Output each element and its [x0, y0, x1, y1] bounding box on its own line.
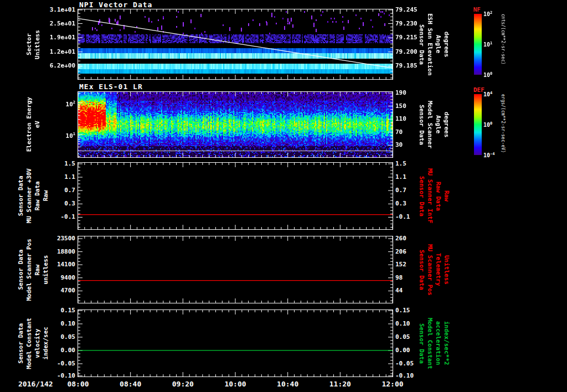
y-axis-label-panel-2: Electron EnergyeV	[13, 91, 53, 158]
x-tick-label: 10:00	[218, 380, 253, 388]
panel1-title: NPI Vector Data	[79, 1, 152, 9]
colorbar-tick-label: 102	[483, 11, 492, 17]
y-axis-label-text: Electron EnergyeV	[25, 97, 42, 152]
colorbar-unit-label: cnts/(cm**2-sr-sec)	[501, 14, 506, 76]
y-axis-label-panel-5: Sensor DataModel Constantvelocityindex/s…	[13, 310, 53, 377]
panel-1-axes	[78, 9, 393, 79]
right-axis-label-panel-2: Sensor DataModel ScannerAngledegrees	[415, 91, 453, 158]
colorbar-name: DEF	[473, 86, 484, 94]
y-axis-label-text: Sensor DataModel Scanner PosRawunitless	[17, 239, 50, 301]
plot-panel-5	[78, 310, 393, 377]
y-axis-label-text: SectorUnitless	[25, 30, 42, 59]
plot-panel-1	[78, 9, 393, 80]
right-axis-label-panel-3: Sensor DataMU Scanner IntFRaw DataRaw	[415, 162, 453, 230]
x-tick-label: 12:00	[375, 380, 410, 388]
panel-4-axes	[78, 236, 393, 303]
right-axis-label-text: Sensor DataESH Sun ElevationAngledegrees	[417, 13, 451, 76]
x-tick-label: 08:00	[60, 380, 96, 388]
colorbar-def: DEF10410010-4ergs/(cm**2-sr-sec-eV)	[472, 86, 512, 165]
x-tick-label: 11:20	[322, 380, 358, 388]
colorbar-unit-label: ergs/(cm**2-sr-sec-eV)	[501, 94, 506, 156]
x-tick-label: 09:20	[165, 380, 200, 388]
right-axis-label-text: Sensor DataMU Scanner IntFRaw DataRaw	[417, 168, 451, 223]
colorbar-tick-label: 101	[483, 41, 492, 48]
right-axis-label-text: Sensor DataModel Constantaccelerationind…	[417, 318, 451, 369]
panel-3-axes	[78, 163, 393, 229]
colorbar-tick-label: 10-4	[483, 152, 494, 158]
panel-5-axes	[78, 310, 393, 376]
panel-2-axes	[78, 92, 393, 157]
colorbar-gradient	[474, 14, 482, 75]
panel2-title: MEx ELS-01 LR	[79, 82, 143, 91]
colorbar-name: NF	[473, 6, 481, 13]
right-axis-label-text: Sensor DataModel ScannerAngledegrees	[417, 101, 451, 148]
colorbar-tick-label: 100	[483, 71, 492, 78]
right-axis-label-panel-1: Sensor DataESH Sun ElevationAngledegrees	[415, 9, 453, 80]
plot-panel-4	[78, 236, 393, 303]
x-tick-label: 10:40	[270, 380, 306, 388]
y-axis-label-text: Sensor DataModel Constantvelocityindex/s…	[17, 318, 50, 369]
y-axis-label-text: Sensor DataMU Scanner +30VRaw DataRaw	[17, 168, 50, 223]
colorbar-nf: NF102101100cnts/(cm**2-sr-sec)	[472, 6, 512, 85]
colorbar-tick-label: 100	[483, 121, 492, 128]
y-axis-label-panel-4: Sensor DataModel Scanner PosRawunitless	[13, 236, 53, 303]
y-axis-label-panel-3: Sensor DataMU Scanner +30VRaw DataRaw	[13, 162, 53, 230]
right-axis-label-panel-4: Sensor DataMU Scanner PosTelemetryUnitle…	[415, 236, 453, 303]
x-tick-label: 08:40	[113, 380, 148, 388]
x-axis-date-label: 2016/142	[18, 380, 53, 388]
colorbar-gradient	[474, 94, 482, 155]
right-axis-label-panel-5: Sensor DataModel Constantaccelerationind…	[415, 310, 453, 377]
plot-panel-3	[78, 162, 393, 230]
spedas-plot-window: NPI Vector Data MEx ELS-01 LR 2016/142 3…	[0, 0, 567, 392]
y-axis-label-panel-1: SectorUnitless	[13, 9, 53, 80]
colorbar-tick-label: 104	[483, 91, 492, 97]
right-axis-label-text: Sensor DataMU Scanner PosTelemetryUnitle…	[417, 244, 451, 296]
plot-panel-2	[78, 91, 393, 158]
